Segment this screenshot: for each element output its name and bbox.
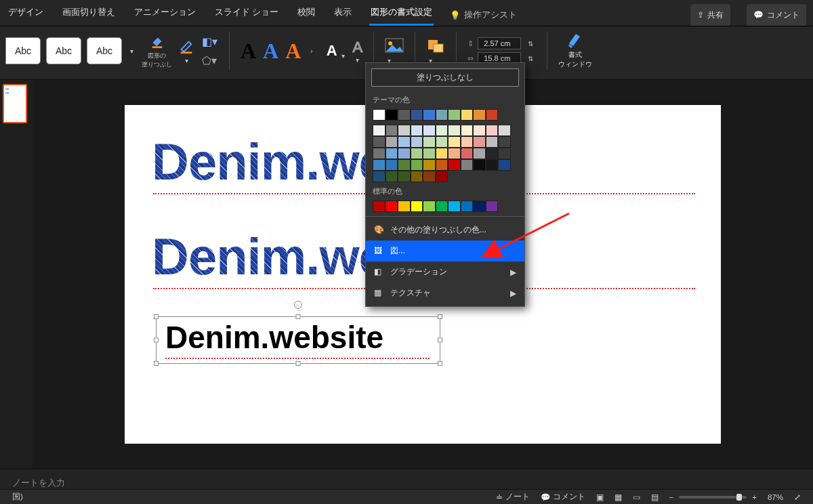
chevron-right-icon[interactable]: › bbox=[308, 47, 315, 55]
shape-height-input[interactable]: 2.57 cm bbox=[478, 37, 521, 49]
stepper-icon[interactable]: ⇅ bbox=[525, 55, 536, 62]
arrange-button[interactable]: ▾ bbox=[426, 38, 445, 64]
chevron-down-icon[interactable]: ▾ bbox=[182, 57, 191, 64]
color-swatch[interactable] bbox=[436, 125, 449, 136]
color-swatch[interactable] bbox=[461, 109, 474, 121]
tab-design[interactable]: デザイン bbox=[7, 4, 45, 26]
color-swatch[interactable] bbox=[398, 171, 411, 182]
color-swatch[interactable] bbox=[473, 136, 486, 148]
color-swatch[interactable] bbox=[448, 109, 461, 121]
color-swatch[interactable] bbox=[486, 159, 499, 171]
color-swatch[interactable] bbox=[448, 125, 461, 136]
color-swatch[interactable] bbox=[461, 201, 474, 212]
wordart-gallery[interactable]: A A A › bbox=[241, 39, 316, 64]
zoom-out-button[interactable]: − bbox=[664, 493, 680, 501]
color-swatch[interactable] bbox=[373, 125, 385, 136]
status-language[interactable]: 国) bbox=[7, 492, 28, 502]
color-swatch[interactable] bbox=[385, 148, 398, 159]
color-swatch[interactable] bbox=[436, 171, 449, 182]
color-swatch[interactable] bbox=[473, 109, 486, 121]
wordart-style-2[interactable]: A bbox=[263, 39, 278, 64]
view-slideshow-button[interactable]: ▤ bbox=[646, 492, 664, 502]
text-fill-button[interactable]: A▾ bbox=[327, 42, 348, 60]
color-swatch[interactable] bbox=[498, 136, 511, 148]
color-swatch[interactable] bbox=[448, 148, 461, 159]
shape-style-3[interactable]: Abc bbox=[87, 37, 122, 64]
texture-fill-option[interactable]: ▦ テクスチャ ▶ bbox=[366, 282, 524, 303]
color-swatch[interactable] bbox=[398, 136, 411, 148]
color-swatch[interactable] bbox=[385, 136, 398, 148]
text-outline-button[interactable]: A▾ bbox=[353, 39, 363, 64]
shape-dropdown-button[interactable]: ⬠▾ bbox=[201, 51, 218, 69]
fit-to-window-button[interactable]: ⤢ bbox=[789, 492, 806, 502]
color-swatch[interactable] bbox=[473, 125, 486, 136]
color-swatch[interactable] bbox=[423, 148, 436, 159]
view-reading-button[interactable]: ▭ bbox=[627, 492, 646, 502]
color-swatch[interactable] bbox=[398, 125, 411, 136]
color-swatch[interactable] bbox=[411, 201, 423, 212]
color-swatch[interactable] bbox=[461, 125, 474, 136]
status-comments-button[interactable]: 💬コメント bbox=[535, 492, 591, 502]
color-swatch[interactable] bbox=[373, 171, 385, 182]
color-swatch[interactable] bbox=[448, 136, 461, 148]
color-swatch[interactable] bbox=[423, 136, 436, 148]
color-swatch[interactable] bbox=[398, 109, 411, 121]
shape-outline-button[interactable] bbox=[178, 38, 195, 56]
tell-me-assist[interactable]: 💡 操作アシスト bbox=[450, 4, 517, 26]
color-swatch[interactable] bbox=[423, 109, 436, 121]
color-swatch[interactable] bbox=[448, 201, 461, 212]
color-swatch[interactable] bbox=[373, 201, 385, 212]
color-swatch[interactable] bbox=[373, 159, 385, 171]
color-swatch[interactable] bbox=[486, 125, 499, 136]
share-button[interactable]: ⇪共有 bbox=[690, 4, 730, 26]
color-swatch[interactable] bbox=[423, 171, 436, 182]
status-notes-button[interactable]: ≐ノート bbox=[491, 492, 535, 502]
tab-slideshow[interactable]: スライド ショー bbox=[213, 4, 280, 26]
color-swatch[interactable] bbox=[385, 201, 398, 212]
color-swatch[interactable] bbox=[373, 109, 385, 121]
color-swatch[interactable] bbox=[373, 136, 385, 148]
color-swatch[interactable] bbox=[398, 201, 411, 212]
color-swatch[interactable] bbox=[385, 109, 398, 121]
color-swatch[interactable] bbox=[411, 125, 423, 136]
color-swatch[interactable] bbox=[398, 159, 411, 171]
color-swatch[interactable] bbox=[486, 148, 499, 159]
tab-review[interactable]: 校閲 bbox=[296, 4, 316, 26]
slide-thumbnail-1[interactable]: re re bbox=[3, 84, 27, 123]
picture-insert-button[interactable]: ▾ bbox=[385, 38, 404, 64]
color-swatch[interactable] bbox=[498, 159, 511, 171]
shape-style-2[interactable]: Abc bbox=[46, 37, 81, 64]
color-swatch[interactable] bbox=[436, 148, 449, 159]
color-swatch[interactable] bbox=[486, 136, 499, 148]
color-swatch[interactable] bbox=[385, 159, 398, 171]
zoom-level[interactable]: 87% bbox=[762, 493, 789, 501]
comments-button[interactable]: 💬コメント bbox=[747, 4, 806, 26]
stepper-icon[interactable]: ⇅ bbox=[525, 40, 536, 47]
color-swatch[interactable] bbox=[411, 109, 423, 121]
shape-style-gallery[interactable]: Abc Abc Abc bbox=[5, 37, 122, 64]
color-swatch[interactable] bbox=[436, 136, 449, 148]
shape-fill-button[interactable] bbox=[148, 33, 166, 50]
color-swatch[interactable] bbox=[385, 171, 398, 182]
zoom-in-button[interactable]: + bbox=[747, 493, 762, 501]
color-swatch[interactable] bbox=[461, 159, 474, 171]
color-swatch[interactable] bbox=[461, 148, 474, 159]
text-denim-3[interactable]: Denim.website bbox=[165, 319, 383, 356]
color-swatch[interactable] bbox=[423, 125, 436, 136]
color-swatch[interactable] bbox=[411, 159, 423, 171]
tab-animation[interactable]: アニメーション bbox=[133, 4, 197, 26]
rotate-handle[interactable]: ↻ bbox=[294, 301, 302, 309]
view-normal-button[interactable]: ▣ bbox=[591, 492, 609, 502]
color-swatch[interactable] bbox=[411, 148, 423, 159]
tab-view[interactable]: 表示 bbox=[333, 4, 353, 26]
color-swatch[interactable] bbox=[411, 171, 423, 182]
color-swatch[interactable] bbox=[498, 148, 511, 159]
shape-style-1[interactable]: Abc bbox=[5, 37, 41, 64]
color-swatch[interactable] bbox=[436, 159, 449, 171]
color-swatch[interactable] bbox=[436, 201, 449, 212]
wordart-style-3[interactable]: A bbox=[285, 39, 301, 64]
tab-transition[interactable]: 画面切り替え bbox=[61, 4, 117, 26]
tab-shape-format[interactable]: 図形の書式設定 bbox=[369, 4, 434, 26]
color-swatch[interactable] bbox=[436, 109, 449, 121]
color-swatch[interactable] bbox=[461, 136, 474, 148]
